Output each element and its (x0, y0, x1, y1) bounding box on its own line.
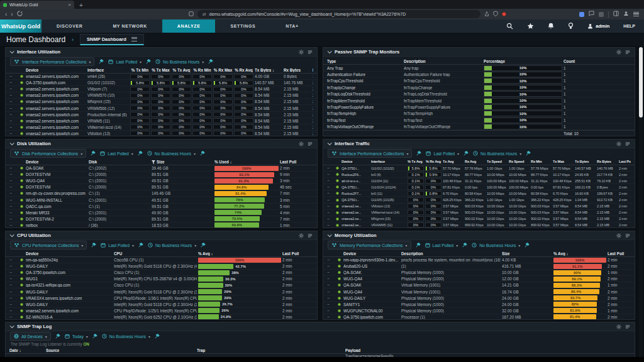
table-row[interactable]: fnTrapTempHighfnTrapTempHigh10%1 (323, 111, 635, 117)
pin-icon[interactable] (146, 59, 151, 64)
pin-icon[interactable] (416, 151, 421, 156)
collapse-row-icon[interactable]: − (9, 277, 17, 281)
bookmark-icon[interactable] (189, 11, 194, 18)
table-row[interactable]: −QA-3750.ipswitch.comGi1/0/2 (10102)5.8%… (6, 80, 317, 86)
collapse-row-icon[interactable]: − (327, 283, 335, 287)
collapse-row-icon[interactable]: − (327, 217, 333, 221)
column-header[interactable]: % Rx Max (213, 68, 233, 72)
table-row[interactable]: −nm-vapp-jnprvsrx930re-1.dev...procfs pr… (323, 257, 635, 263)
column-header[interactable]: Payload (345, 348, 631, 353)
new-tab-button[interactable]: + (79, 3, 83, 9)
whatsup-gold-logo[interactable]: WhatsUp Gold (0, 19, 42, 33)
pin-icon[interactable] (525, 243, 530, 248)
scrollbar-thumb[interactable] (639, 47, 643, 118)
collapse-chevron-icon[interactable] (328, 49, 332, 53)
table-row[interactable]: −QA-SOAKC:\ (2002)39.46 GB100%2 min (6, 165, 317, 172)
lightbulb-icon[interactable] (568, 23, 574, 30)
table-row[interactable]: −WUG1Intel(R) Xeon(R) CPU E5-2687W v4 @ … (6, 276, 317, 282)
column-header[interactable]: Device (343, 251, 400, 256)
collapse-row-icon[interactable]: − (327, 258, 335, 262)
table-row[interactable]: fnTrapLogDiskThresholdfnTrapLogDiskThres… (323, 91, 635, 97)
collapse-row-icon[interactable]: − (9, 131, 17, 136)
column-header[interactable]: Tx Speed (487, 160, 508, 163)
table-row[interactable]: −vnaesa2.servers.ipswitch.comVRWM5 (11)0… (6, 118, 317, 124)
notification-badge[interactable] (502, 12, 506, 16)
sidebar-toggle-icon[interactable] (613, 11, 619, 18)
collapse-row-icon[interactable]: − (9, 283, 17, 287)
pin-icon[interactable] (91, 151, 96, 156)
column-header[interactable]: Device (26, 68, 86, 72)
table-row[interactable]: −vnaesa2.servers.ipswitch.comVRWM570 (10… (6, 92, 317, 99)
collapse-row-icon[interactable]: − (9, 264, 17, 268)
column-header[interactable]: Tx Bytes ↓ (255, 68, 282, 72)
table-row[interactable]: −vnaesa2.servers.ipswitch.comvmk4 (26)0%… (6, 74, 317, 80)
collapse-row-icon[interactable]: − (327, 290, 335, 294)
table-row[interactable]: −Aruba620-US(1)416.71 MB91.1%2 min (323, 263, 635, 270)
filter-chip[interactable]: Last Polled▾ (101, 243, 134, 248)
column-header[interactable]: Last Poll (619, 160, 631, 163)
pin-icon[interactable] (155, 334, 160, 339)
panel-settings-gear-icon[interactable] (299, 141, 304, 146)
table-row[interactable]: −QA-3750.i...Gi1/0/5 (10105)0%0%428.25 K… (323, 197, 635, 203)
browser-menu-icon[interactable] (633, 12, 639, 16)
filter-chip[interactable]: Interface Performance Collections▾ (328, 149, 412, 158)
collapse-row-icon[interactable]: − (327, 198, 333, 202)
column-header[interactable]: Device (26, 160, 87, 164)
column-header[interactable]: Description (404, 59, 482, 63)
column-header[interactable]: Rx Bytes (597, 160, 618, 163)
collapse-row-icon[interactable]: − (9, 296, 17, 300)
table-row[interactable]: −atl-rd-w-s-s...Gi1/0/4 (11)0.1%0%100.48… (323, 178, 635, 184)
table-row[interactable]: −WUG-DAILYIntel(R) Xeon(R) Gold 5118 CPU… (6, 302, 317, 308)
table-row[interactable]: −vnaesa2.se...MNgmnt (15)0%0%3.57 Mbps90… (323, 216, 635, 222)
collapse-row-icon[interactable]: − (327, 309, 335, 313)
panel-export-icon[interactable] (625, 50, 630, 55)
table-row[interactable]: −vnaesa2.servers.ipswitch.comVRWM566 (12… (6, 105, 317, 111)
panel-export-icon[interactable] (308, 141, 313, 146)
collapse-chevron-icon[interactable] (10, 233, 14, 237)
collapse-row-icon[interactable]: − (9, 166, 17, 170)
pin-icon[interactable] (464, 151, 469, 156)
column-header[interactable]: Source (46, 348, 196, 353)
pin-icon[interactable] (55, 334, 60, 339)
filter-chip[interactable]: CPU Performance Collections▾ (10, 241, 87, 250)
collapse-row-icon[interactable]: − (9, 172, 17, 177)
table-row[interactable]: Any TrapAny trap10%1 (323, 65, 635, 71)
collapse-row-icon[interactable]: − (9, 80, 17, 85)
column-header[interactable]: Rx Min (531, 160, 552, 163)
collapse-row-icon[interactable]: − (327, 185, 333, 189)
filter-chip[interactable]: Last Polled▾ (100, 151, 133, 156)
collapse-row-icon[interactable]: − (327, 211, 333, 215)
column-header[interactable]: Rx Bytes (284, 68, 311, 72)
collapse-row-icon[interactable]: − (9, 74, 17, 79)
table-row[interactable]: fnTrapMemThresholdfnTrapMemThreshold10%1 (323, 97, 635, 104)
table-row[interactable]: −Ruckus2F7...br0 (11)0.1%0.8%6.70 Kbps80… (323, 190, 635, 197)
site-info-icon[interactable]: ⇄ (203, 12, 206, 17)
collapse-row-icon[interactable]: − (327, 296, 335, 300)
page-scrollbar[interactable] (639, 46, 643, 362)
pin-icon[interactable] (91, 243, 96, 248)
column-header[interactable]: % Avg ↓ (198, 251, 281, 256)
filter-chip[interactable]: Last Polled▾ (425, 243, 458, 248)
collapse-row-icon[interactable]: − (9, 270, 17, 275)
table-row[interactable]: −vnaesa2.servers.ipswitch.comVMkernel-is… (6, 124, 317, 131)
alerts-bell-icon[interactable] (548, 23, 554, 30)
collapse-row-icon[interactable]: − (9, 93, 17, 97)
column-header[interactable]: Description (401, 251, 501, 256)
favorites-star-icon[interactable] (527, 23, 534, 30)
panel-export-icon[interactable] (625, 141, 630, 146)
nav-item-settings[interactable]: SETTINGS (215, 19, 270, 33)
collapse-row-icon[interactable]: − (9, 198, 17, 202)
table-row[interactable]: −Ruckus2F6...br0 (8)0.1%0.9%10.17 Kbps88… (323, 172, 635, 178)
filter-chip[interactable]: No Business Hours▾ (472, 243, 520, 248)
nav-item-my-network[interactable]: MY NETWORK (97, 19, 162, 33)
pin-icon[interactable] (208, 59, 213, 64)
table-row[interactable]: −vnaesa2.servers.ipswitch.comVMotion (13… (6, 131, 317, 136)
collapse-row-icon[interactable]: − (327, 315, 335, 319)
column-header[interactable]: Trap (197, 348, 344, 353)
panel-export-icon[interactable] (308, 233, 313, 238)
collapse-row-icon[interactable]: − (9, 87, 17, 91)
collapse-row-icon[interactable]: − (327, 178, 333, 183)
column-header[interactable]: % Tx Max (151, 68, 170, 72)
collapse-row-icon[interactable]: − (9, 99, 17, 104)
profile-icon[interactable] (623, 11, 629, 18)
